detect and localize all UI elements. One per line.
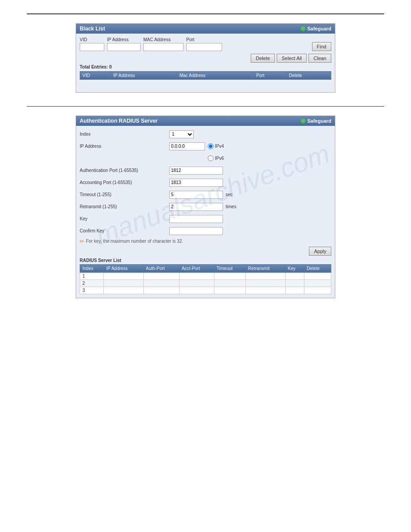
radius-panel-header: Authentication RADIUS Server Safeguard (76, 116, 335, 126)
blacklist-table: VID IP Address Mac Address Port Delete (80, 71, 331, 89)
acct-port-input[interactable] (169, 179, 223, 187)
row1-acct-port (179, 272, 214, 279)
ip-addr-input[interactable] (169, 142, 205, 150)
row2-acct-port (179, 279, 214, 287)
radius-panel-body: Index 1 2 3 IP Address (76, 126, 335, 298)
apply-button[interactable]: Apply (309, 247, 331, 256)
th-port: Port (254, 72, 287, 80)
th-mac: Mac Address (177, 72, 254, 80)
row2-ip (104, 279, 144, 287)
delete-button[interactable]: Delete (251, 54, 275, 63)
index-label: Index (80, 132, 169, 137)
row3-auth-port (143, 287, 179, 294)
index-select[interactable]: 1 2 3 (169, 130, 194, 138)
auth-port-label: Authentication Port (1-65535) (80, 168, 169, 173)
section-separator (27, 106, 384, 107)
row3-timeout (214, 287, 245, 294)
ip-addr-label: IP Address (80, 144, 169, 149)
row2-auth-port (143, 279, 179, 287)
th-ip: IP Address (111, 72, 177, 80)
radius-table-header: Index IP Address Auth-Port Acct-Port Tim… (80, 264, 331, 272)
index-control: 1 2 3 (169, 130, 194, 138)
ip-input[interactable] (107, 43, 141, 51)
ipv6-label: IPv6 (215, 156, 224, 161)
radius-panel: Authentication RADIUS Server Safeguard I… (76, 116, 335, 298)
radius-safeguard-dot-icon (301, 119, 305, 123)
key-row: Key (80, 214, 331, 224)
vid-input[interactable] (80, 43, 104, 51)
blacklist-panel-body: VID IP Address MAC Address Port Find (76, 34, 335, 92)
top-divider (27, 13, 384, 14)
radius-title: Authentication RADIUS Server (80, 118, 158, 124)
ip-row: IP Address IPv4 (80, 142, 331, 151)
th-vid: VID (80, 72, 111, 80)
row2-retransmit (245, 279, 285, 287)
table-row: 1 (80, 272, 331, 279)
timeout-input[interactable] (169, 191, 223, 199)
ipv6-radio[interactable] (208, 155, 214, 161)
key-label: Key (80, 216, 169, 221)
total-entries: Total Entries: 0 (80, 64, 331, 69)
timeout-unit: sec (226, 192, 233, 197)
table-row: 2 (80, 279, 331, 287)
ipv4-radio[interactable] (208, 143, 214, 149)
acct-port-label: Accounting Port (1-65535) (80, 180, 169, 185)
ipv6-option[interactable]: IPv6 (208, 155, 224, 161)
blacklist-search-row: VID IP Address MAC Address Port Find (80, 37, 331, 51)
select-all-button[interactable]: Select All (277, 54, 307, 63)
row1-index: 1 (80, 272, 104, 279)
confirm-key-control (169, 227, 223, 235)
ip-field-group: IP Address (107, 37, 141, 51)
th-key: Key (285, 264, 304, 272)
acct-port-control (169, 179, 223, 187)
blacklist-table-body (80, 80, 331, 89)
mac-input[interactable] (143, 43, 184, 51)
port-input[interactable] (186, 43, 222, 51)
confirm-key-input[interactable] (169, 227, 223, 235)
find-button-wrapper: Find (312, 42, 331, 51)
th-delete: Delete (304, 264, 331, 272)
row2-key (285, 279, 304, 287)
row2-timeout (214, 279, 245, 287)
index-row: Index 1 2 3 (80, 129, 331, 139)
row1-retransmit (245, 272, 285, 279)
timeout-control: sec (169, 191, 233, 199)
pencil-icon: ✏ (80, 238, 84, 245)
safeguard-badge: Safeguard (301, 26, 331, 31)
row1-key (285, 272, 304, 279)
retransmit-unit: times (226, 204, 236, 209)
blacklist-table-header: VID IP Address Mac Address Port Delete (80, 72, 331, 80)
radius-table-body: 1 2 (80, 272, 331, 294)
row2-index: 2 (80, 279, 104, 287)
retransmit-row: Retransmit (1-255) times (80, 202, 331, 212)
table-row: 3 (80, 287, 331, 294)
page: manualsarchive.com Black List Safeguard … (0, 0, 411, 532)
blacklist-empty-row (80, 80, 331, 89)
ipv6-control: IPv6 (169, 155, 224, 161)
th-auth-port: Auth-Port (143, 264, 179, 272)
ip-control: IPv4 (169, 142, 224, 150)
note-row: ✏ For key, the maximum number of charact… (80, 238, 331, 245)
row1-auth-port (143, 272, 179, 279)
row3-ip (104, 287, 144, 294)
ipv4-option[interactable]: IPv4 (208, 143, 224, 149)
blacklist-title: Black List (80, 26, 105, 32)
radius-safeguard-badge: Safeguard (301, 118, 331, 124)
find-button[interactable]: Find (312, 42, 331, 51)
auth-port-input[interactable] (169, 167, 223, 175)
mac-label: MAC Address (143, 37, 184, 42)
timeout-label: Timeout (1-255) (80, 192, 169, 197)
vid-label: VID (80, 37, 104, 42)
key-input[interactable] (169, 215, 223, 223)
clean-button[interactable]: Clean (308, 54, 331, 63)
radius-safeguard-label: Safeguard (307, 118, 331, 124)
ipv6-row: IPv6 (80, 154, 331, 163)
apply-row: Apply (80, 247, 331, 256)
key-control (169, 215, 223, 223)
row3-index: 3 (80, 287, 104, 294)
retransmit-input[interactable] (169, 203, 223, 211)
blacklist-panel-header: Black List Safeguard (76, 24, 335, 34)
timeout-row: Timeout (1-255) sec (80, 190, 331, 200)
th-timeout: Timeout (214, 264, 245, 272)
confirm-key-row: Confirm Key (80, 226, 331, 236)
